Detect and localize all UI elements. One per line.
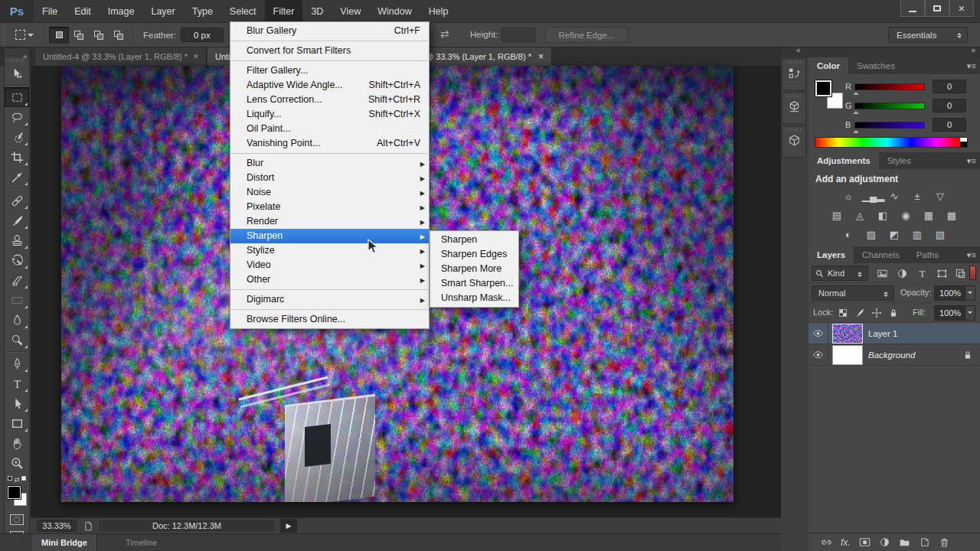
minimize-button[interactable] (900, 0, 925, 17)
rectangle-tool[interactable] (5, 413, 29, 433)
adjustment-black-white-icon[interactable]: ◧ (874, 208, 892, 223)
adjustment-threshold-icon[interactable]: ◩ (885, 227, 903, 242)
maximize-button[interactable] (925, 0, 949, 17)
submenu-item-sharpen-edges[interactable]: Sharpen Edges (430, 247, 518, 262)
swap-width-height-icon[interactable] (440, 28, 449, 40)
menu-item-digimarc[interactable]: Digimarc (230, 292, 429, 307)
refine-edge-button[interactable]: Refine Edge... (545, 27, 628, 43)
workspace-switcher[interactable]: Essentials (888, 27, 968, 43)
menu-item-adaptive-wide-angle[interactable]: Adaptive Wide Angle...Shift+Ctrl+A (230, 78, 429, 93)
blue-value-field[interactable]: 0 (933, 118, 966, 132)
menu-item-filter-gallery[interactable]: Filter Gallery... (230, 64, 429, 78)
menu-file[interactable]: File (34, 0, 66, 23)
menu-item-oil-paint[interactable]: Oil Paint... (230, 122, 429, 136)
red-slider[interactable] (854, 83, 925, 90)
tab-color[interactable]: Color (808, 57, 848, 74)
toolbar-collapse-button[interactable] (5, 48, 29, 57)
quick-selection-tool[interactable] (5, 127, 29, 147)
menu-item-distort[interactable]: Distort (230, 171, 429, 185)
submenu-item-unsharp-mask[interactable]: Unsharp Mask... (430, 291, 518, 305)
selection-new-button[interactable] (49, 27, 69, 44)
panel-menu-icon[interactable] (967, 246, 975, 263)
path-selection-tool[interactable] (5, 393, 29, 413)
green-slider[interactable] (854, 103, 925, 109)
spot-healing-brush-tool[interactable] (5, 191, 29, 210)
filter-by-type-icon[interactable] (914, 266, 929, 281)
layer-visibility-toggle[interactable] (808, 323, 828, 344)
menu-3d[interactable]: 3D (302, 0, 332, 23)
menu-select[interactable]: Select (221, 0, 265, 23)
menu-view[interactable]: View (332, 0, 369, 23)
tab-paths[interactable]: Paths (908, 246, 947, 263)
document-size-info[interactable]: Doc: 12.3M/12.3M (98, 519, 276, 533)
layer-filter-kind-dropdown[interactable]: Kind (812, 266, 868, 281)
lock-position-icon[interactable] (870, 306, 884, 320)
brush-tool[interactable] (5, 210, 29, 230)
new-adjustment-layer-icon[interactable] (879, 536, 890, 548)
menu-item-noise[interactable]: Noise (230, 185, 429, 200)
new-layer-icon[interactable] (919, 536, 930, 548)
menu-item-other[interactable]: Other (230, 272, 429, 287)
black-swatch[interactable] (960, 142, 967, 147)
options-bar-grip[interactable] (3, 27, 5, 44)
red-value-field[interactable]: 0 (933, 80, 966, 93)
filter-by-smart-object-icon[interactable] (952, 266, 968, 281)
properties-panel-button[interactable] (782, 92, 806, 124)
adjustment-selective-color-icon[interactable]: ▧ (931, 227, 949, 242)
menu-layer[interactable]: Layer (142, 0, 183, 23)
dropdown-arrow-icon[interactable] (965, 306, 975, 320)
zoom-tool[interactable] (5, 453, 29, 473)
adjustment-channel-mixer-icon[interactable]: ▦ (920, 208, 938, 223)
close-button[interactable] (949, 0, 974, 17)
move-tool[interactable] (5, 64, 29, 83)
tab-timeline[interactable]: Timeline (116, 534, 166, 551)
document-tab-untitled-4[interactable]: Untitled-4 @ 33.3% (Layer 1, RGB/8) * (35, 47, 207, 66)
tab-channels[interactable]: Channels (854, 246, 908, 263)
submenu-item-smart-sharpen[interactable]: Smart Sharpen... (430, 276, 518, 291)
menu-item-vanishing-point[interactable]: Vanishing Point...Alt+Ctrl+V (230, 136, 429, 151)
color-spectrum-ramp[interactable] (815, 137, 968, 148)
tab-adjustments[interactable]: Adjustments (808, 152, 879, 169)
adjustment-invert-icon[interactable]: ◐ (839, 227, 858, 242)
new-group-icon[interactable] (899, 536, 910, 548)
menu-item-liquify[interactable]: Liquify...Shift+Ctrl+X (230, 107, 429, 122)
filter-by-shape-icon[interactable] (934, 266, 949, 281)
menu-window[interactable]: Window (369, 0, 420, 23)
lock-all-icon[interactable] (887, 306, 900, 320)
adjustment-levels-icon[interactable]: ▁▄▂ (862, 189, 880, 204)
slider-knob-icon[interactable] (853, 89, 859, 95)
menu-item-blur[interactable]: Blur (230, 156, 429, 171)
layer-filter-toggle[interactable] (969, 266, 976, 280)
eraser-tool[interactable] (5, 270, 29, 290)
dodge-tool[interactable] (5, 330, 29, 350)
blur-tool[interactable] (5, 310, 29, 330)
quick-mask-button[interactable] (5, 511, 29, 528)
selection-add-button[interactable] (69, 27, 89, 44)
filter-by-adjustment-icon[interactable] (894, 266, 910, 281)
adjustment-curves-icon[interactable]: ∿ (885, 189, 903, 204)
menu-item-blur-gallery[interactable]: Blur GalleryCtrl+F (230, 24, 429, 38)
add-layer-mask-icon[interactable] (859, 536, 871, 548)
history-brush-tool[interactable] (5, 250, 29, 270)
slider-knob-icon[interactable] (853, 127, 859, 133)
clone-stamp-tool[interactable] (5, 230, 29, 250)
menu-filter[interactable]: Filter (265, 0, 303, 23)
status-menu-arrow-icon[interactable] (280, 519, 297, 533)
height-input[interactable] (501, 28, 535, 42)
menu-help[interactable]: Help (420, 0, 457, 23)
green-value-field[interactable]: 0 (933, 99, 966, 112)
adjustment-photo-filter-icon[interactable]: ◉ (897, 208, 915, 223)
tab-close-icon[interactable] (538, 47, 544, 66)
menu-type[interactable]: Type (184, 0, 221, 23)
adjustment-hue-saturation-icon[interactable]: ▤ (828, 208, 846, 223)
tab-close-icon[interactable] (193, 47, 198, 66)
adjustment-posterize-icon[interactable]: ▨ (862, 227, 880, 242)
slider-knob-icon[interactable] (853, 108, 859, 114)
layer-visibility-toggle[interactable] (808, 344, 828, 366)
layer-name[interactable]: Layer 1 (868, 329, 897, 338)
menu-image[interactable]: Image (100, 0, 143, 23)
lock-pixels-icon[interactable] (853, 306, 867, 320)
delete-layer-icon[interactable] (939, 536, 950, 548)
tab-styles[interactable]: Styles (879, 152, 920, 169)
blue-slider[interactable] (854, 122, 925, 129)
